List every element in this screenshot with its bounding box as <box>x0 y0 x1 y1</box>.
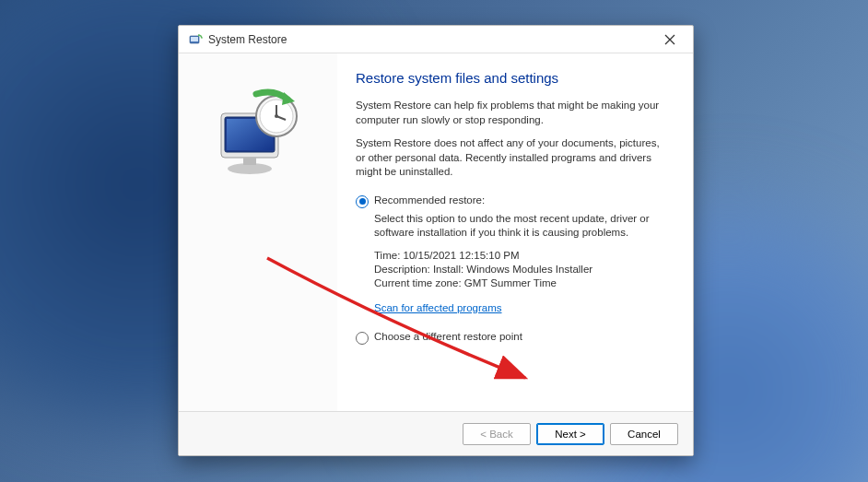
titlebar: System Restore <box>179 26 693 53</box>
close-button[interactable] <box>656 29 684 51</box>
close-icon <box>664 34 675 45</box>
description-label: Description: <box>374 264 430 275</box>
page-heading: Restore system files and settings <box>356 70 671 86</box>
system-restore-icon <box>188 32 203 47</box>
timezone-value: GMT Summer Time <box>464 277 557 288</box>
radio-different-label: Choose a different restore point <box>374 331 522 342</box>
radio-recommended-label: Recommended restore: <box>374 194 485 206</box>
radio-recommended-description: Select this option to undo the most rece… <box>374 212 671 241</box>
svg-point-12 <box>275 114 278 118</box>
back-button[interactable]: < Back <box>463 423 531 445</box>
time-label: Time: <box>374 250 400 261</box>
radio-recommended-restore[interactable]: Recommended restore: <box>356 194 671 208</box>
radio-choose-different-restore-point[interactable]: Choose a different restore point <box>356 331 671 345</box>
wizard-footer: < Back Next > Cancel <box>179 411 693 455</box>
radio-indicator-icon <box>356 332 369 345</box>
restore-point-details: Time: 10/15/2021 12:15:10 PM Description… <box>374 250 671 288</box>
window-title: System Restore <box>208 33 656 46</box>
intro-paragraph-2: System Restore does not affect any of yo… <box>356 136 671 180</box>
wizard-image-panel <box>179 53 337 411</box>
cancel-button[interactable]: Cancel <box>610 423 678 445</box>
system-restore-illustration-icon <box>203 81 313 192</box>
intro-paragraph-1: System Restore can help fix problems tha… <box>356 99 671 127</box>
scan-affected-programs-link[interactable]: Scan for affected programs <box>374 302 502 313</box>
description-value: Install: Windows Modules Installer <box>433 264 592 275</box>
system-restore-dialog: System Restore <box>178 25 694 456</box>
time-value: 10/15/2021 12:15:10 PM <box>404 250 520 261</box>
svg-rect-7 <box>243 158 256 165</box>
radio-indicator-icon <box>356 195 369 208</box>
wizard-content-panel: Restore system files and settings System… <box>337 53 693 411</box>
svg-rect-1 <box>191 37 198 41</box>
next-button[interactable]: Next > <box>536 423 604 445</box>
timezone-label: Current time zone: <box>374 277 462 288</box>
